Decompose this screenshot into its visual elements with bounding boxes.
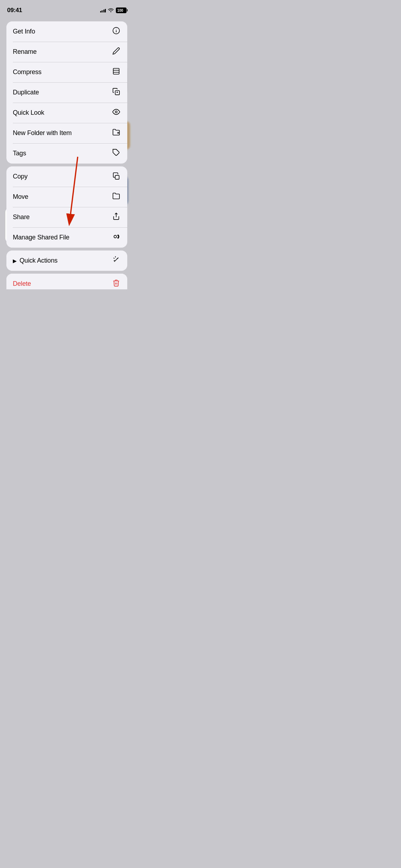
- copy-label: Copy: [13, 173, 27, 180]
- copy-icon: [112, 172, 121, 181]
- tag-icon: [112, 149, 121, 158]
- signal-icon: [100, 8, 106, 12]
- menu-item-new-folder-with-item[interactable]: New Folder with Item: [6, 123, 127, 143]
- menu-item-move[interactable]: Move: [6, 187, 127, 207]
- svg-point-19: [118, 258, 118, 259]
- menu-item-rename[interactable]: Rename: [6, 42, 127, 62]
- move-label: Move: [13, 193, 28, 201]
- compress-label: Compress: [13, 68, 41, 76]
- new-folder-with-item-label: New Folder with Item: [13, 129, 72, 137]
- status-icons: 100: [100, 7, 127, 13]
- menu-section-delete: Delete: [6, 274, 127, 289]
- svg-point-9: [115, 111, 117, 113]
- chevron-right-icon: ▶: [13, 258, 17, 264]
- tags-label: Tags: [13, 150, 26, 157]
- svg-point-2: [116, 29, 116, 29]
- rename-label: Rename: [13, 48, 37, 56]
- duplicate-icon: [112, 88, 121, 97]
- menu-item-manage-shared-file[interactable]: Manage Shared File: [6, 227, 127, 248]
- shared-file-icon: [112, 233, 121, 242]
- menu-item-copy[interactable]: Copy: [6, 166, 127, 187]
- menu-item-get-info[interactable]: Get Info: [6, 21, 127, 42]
- eye-icon: [112, 108, 121, 118]
- delete-label: Delete: [13, 280, 31, 288]
- info-icon: [112, 27, 121, 36]
- wifi-icon: [108, 8, 114, 13]
- status-time: 09:41: [7, 7, 22, 14]
- context-menu: Get Info Rename Compress: [6, 21, 127, 289]
- get-info-label: Get Info: [13, 28, 35, 35]
- menu-item-duplicate[interactable]: Duplicate: [6, 82, 127, 103]
- quick-look-label: Quick Look: [13, 109, 44, 117]
- compress-icon: [112, 67, 121, 77]
- menu-item-quick-actions[interactable]: ▶ Quick Actions: [6, 250, 127, 271]
- menu-item-delete[interactable]: Delete: [6, 274, 127, 289]
- battery-icon: 100: [116, 7, 127, 13]
- menu-item-share[interactable]: Share: [6, 207, 127, 227]
- share-label: Share: [13, 213, 30, 221]
- duplicate-label: Duplicate: [13, 89, 39, 96]
- svg-point-18: [115, 256, 115, 257]
- menu-item-tags[interactable]: Tags: [6, 143, 127, 164]
- manage-shared-file-label: Manage Shared File: [13, 234, 70, 241]
- new-folder-icon: [112, 128, 121, 138]
- svg-point-17: [118, 258, 119, 258]
- quick-actions-label: ▶ Quick Actions: [13, 257, 57, 264]
- svg-rect-13: [115, 175, 119, 179]
- status-bar: 09:41 100: [0, 0, 134, 16]
- trash-icon: [112, 279, 121, 289]
- menu-item-quick-look[interactable]: Quick Look: [6, 103, 127, 123]
- pencil-icon: [112, 47, 121, 57]
- battery-level: 100: [117, 9, 123, 12]
- menu-section-quick-actions: ▶ Quick Actions: [6, 250, 127, 271]
- svg-point-15: [114, 235, 117, 238]
- menu-item-compress[interactable]: Compress: [6, 62, 127, 82]
- svg-point-20: [114, 260, 114, 261]
- menu-section-mid: Copy Move Share: [6, 166, 127, 248]
- menu-section-top: Get Info Rename Compress: [6, 21, 127, 164]
- folder-icon: [112, 192, 121, 202]
- svg-rect-3: [113, 68, 119, 74]
- magic-wand-icon: [112, 256, 121, 265]
- share-icon: [112, 212, 121, 222]
